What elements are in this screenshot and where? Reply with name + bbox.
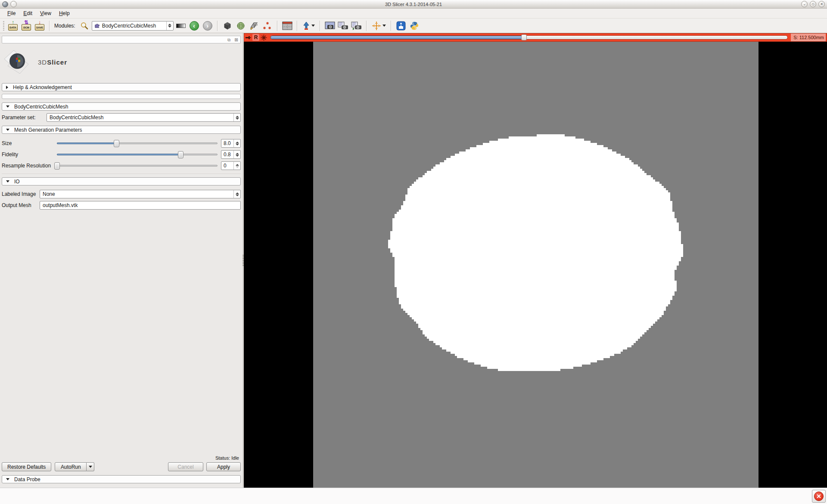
spin-up-icon [236,142,239,143]
fidelity-slider[interactable] [57,150,218,159]
labeled-image-spinner[interactable] [233,190,240,198]
toolbar-drag-handle[interactable] [3,21,4,31]
slice-slider-handle[interactable] [521,34,527,40]
slice-image-canvas[interactable] [244,42,827,488]
slice-image [244,42,827,488]
lattice-icon [249,21,259,31]
sphere-mesh-icon [236,21,246,31]
load-data-icon: ↑ DATA [8,21,18,31]
parameter-set-spinner[interactable] [233,114,240,121]
main-area: ⧉ ⊠ 3DSlicer [0,33,827,488]
scene-view-capture-button[interactable] [337,20,349,32]
module-puzzle-icon [94,22,100,29]
module-history-button[interactable] [175,20,187,32]
sparks-icon [263,21,272,31]
output-mesh-input[interactable]: outputMesh.vtk [40,201,241,210]
save-button[interactable]: ↓ SAVE [34,20,46,32]
model-module-button[interactable] [235,20,247,32]
size-slider[interactable] [57,139,218,148]
parameter-set-combobox[interactable]: BodyCentricCubicMesh [47,113,241,122]
module-search-button[interactable] [78,20,90,32]
maximize-button[interactable]: ◇ [810,1,816,7]
menu-file[interactable]: File [3,9,19,18]
output-mesh-label: Output Mesh [2,202,40,208]
crosshair-button[interactable] [370,20,387,32]
labeled-image-label: Labeled Image [2,191,40,197]
menu-view[interactable]: View [36,9,55,18]
resample-resolution-spinbox[interactable]: 0 [221,161,241,170]
spin-up-icon [168,24,171,25]
spin-down-icon [236,166,239,168]
module-selector-value: BodyCentricCubicMesh [102,23,166,29]
extensions-manager-button[interactable] [395,20,407,32]
screenshot-button[interactable] [324,20,336,32]
module-selector-spinner[interactable] [166,22,173,30]
gradient-swatch-icon [176,24,186,28]
help-section-label: Help & Acknowledgement [13,84,72,90]
close-button[interactable]: ✕ [818,1,825,7]
mesh-editor-button[interactable] [248,20,260,32]
menu-help[interactable]: Help [55,9,74,18]
minimize-button[interactable]: ⌄ [801,1,808,7]
mouse-mode-button[interactable] [301,20,316,32]
place-marker-icon [302,21,310,31]
volume-module-button[interactable] [221,20,233,32]
help-acknowledgement-section[interactable]: Help & Acknowledgement [2,83,241,91]
spin-down-icon [168,26,171,28]
restore-defaults-button[interactable]: Restore Defaults [2,462,51,471]
resample-resolution-slider[interactable] [57,161,218,170]
fidelity-value: 0.8 [221,151,233,158]
parameter-set-label: Parameter set: [2,114,47,121]
collapsed-triangle-icon [6,86,8,89]
panel-close-button[interactable]: ⊠ [233,37,239,43]
apply-button[interactable]: Apply [206,462,241,471]
autorun-dropdown-button[interactable] [87,462,94,471]
slider-handle[interactable] [54,162,60,170]
spin-down-icon [236,195,239,196]
module-forward-button[interactable]: › [202,20,214,32]
expanded-triangle-icon [6,478,9,480]
labeled-image-combobox[interactable]: None [40,190,241,198]
mesh-parameters-section[interactable]: Mesh Generation Parameters [2,126,241,134]
fidelity-label: Fidelity [2,152,57,158]
labeled-image-value: None [43,191,233,197]
fidelity-spinbox[interactable]: 0.8 [221,150,241,159]
slicer-logo-icon [4,49,36,74]
slicer-logo-text: 3DSlicer [38,59,67,66]
slider-handle[interactable] [178,151,183,158]
layout-selector-button[interactable] [281,20,293,32]
status-text: Status: Idle [2,455,241,461]
io-section[interactable]: IO [2,177,241,186]
toolbar-separator [320,21,320,31]
error-log-button[interactable]: ✕ [812,490,826,503]
dicom-button[interactable]: ⇅ DCM [20,20,32,32]
slice-menu-icon[interactable] [261,34,267,41]
slice-offset-slider[interactable] [270,34,788,40]
scene-view-restore-button[interactable] [351,20,363,32]
arrow-forward-icon: › [203,21,212,31]
parameter-set-row: Parameter set: BodyCentricCubicMesh [2,113,241,122]
autorun-button[interactable]: AutoRun [55,462,87,471]
module-panel: ⧉ ⊠ 3DSlicer [0,33,243,488]
menu-edit[interactable]: Edit [19,9,36,18]
spin-down-icon [236,118,239,120]
section-divider [2,174,241,175]
data-probe-section[interactable]: Data Probe [2,475,241,483]
annotations-button[interactable] [261,20,274,32]
module-back-button[interactable]: ‹ [188,20,200,32]
labeled-image-row: Labeled Image None [2,190,241,198]
cancel-button[interactable]: Cancel [168,462,203,471]
module-selector-combobox[interactable]: BodyCentricCubicMesh [92,21,174,31]
module-section-header[interactable]: BodyCentricCubicMesh [2,102,241,111]
panel-float-button[interactable]: ⧉ [226,37,232,43]
load-data-button[interactable]: ↑ DATA [7,20,19,32]
toolbar-separator [217,21,218,31]
window-controls: ⌄ ◇ ✕ [799,1,825,7]
slider-handle[interactable] [114,140,119,147]
red-slice-view: R S: 112.500mm [244,33,827,488]
fidelity-parameter-row: Fidelity 0.8 [2,150,241,159]
pin-icon[interactable] [245,34,251,40]
spin-up-icon [236,153,239,155]
size-spinbox[interactable]: 8.0 [221,139,241,148]
python-console-button[interactable] [408,20,420,32]
